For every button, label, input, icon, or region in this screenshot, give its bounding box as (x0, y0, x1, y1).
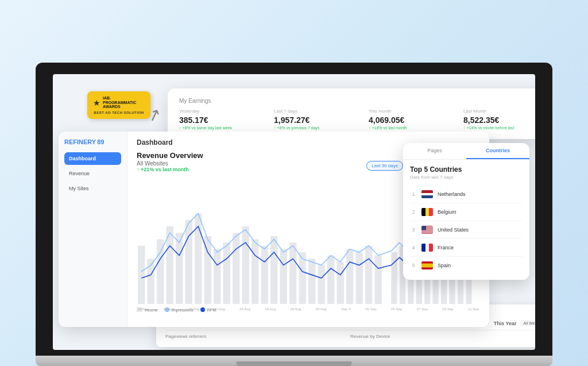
svg-rect-20 (327, 256, 334, 304)
pageviews-label: Pageviews referrers (165, 334, 339, 339)
period-value-3: 8,522.35€ (463, 115, 535, 125)
revenue-device-label: Revenue by Device (350, 334, 524, 339)
country-rank-1: 1 (410, 191, 417, 197)
metrics-pageviews: Pageviews referrers (165, 334, 339, 341)
period-change-1: ↑ +8% vs previous 7 days (274, 126, 357, 130)
country-name-nl: Netherlands (438, 191, 466, 197)
svg-rect-16 (289, 242, 296, 304)
countries-card: Pages Countries Top 5 Countries Data fro… (403, 143, 529, 280)
period-change-0: ↑ +8% vs same day last week (179, 126, 262, 130)
svg-rect-43 (421, 226, 426, 230)
screen-bezel: ★ iab. programmatic awards BEST AD TECH … (36, 63, 552, 356)
sidebar-logo-num: 89 (97, 138, 104, 145)
svg-rect-19 (318, 265, 324, 305)
country-name-us: United States (438, 227, 469, 233)
screen-content: ★ iab. programmatic awards BEST AD TECH … (53, 74, 535, 350)
flag-belgium (421, 208, 433, 216)
svg-rect-21 (336, 262, 343, 304)
flag-netherlands (421, 190, 433, 198)
award-icon: ★ (93, 98, 100, 107)
svg-rect-11 (242, 226, 249, 304)
country-row-us: 3 (410, 221, 523, 239)
x-axis-labels: 16 Aug 18 Aug 20 Aug 22 Aug 24 Aug 26 Au… (137, 307, 480, 311)
countries-content: Top 5 Countries Data from last 7 days 1 … (403, 160, 529, 280)
country-row-es: 5 Spain (410, 257, 523, 274)
svg-rect-8 (214, 249, 220, 304)
tab-pages[interactable]: Pages (403, 143, 466, 159)
flag-us (421, 226, 433, 234)
period-value-2: 4,069.05€ (369, 115, 452, 125)
period-label-0: Yesterday (179, 109, 262, 114)
sidebar-nav-sites[interactable]: My Sites (64, 182, 121, 195)
svg-rect-4 (176, 233, 183, 304)
svg-rect-12 (252, 240, 258, 305)
sidebar-nav-dashboard[interactable]: Dashboard (64, 152, 121, 165)
sidebar-logo-text: REFINERY (64, 138, 96, 145)
countries-subheading: Data from last 7 days (410, 175, 523, 180)
sidebar-logo: REFINERY 89 (64, 138, 121, 145)
revenue-title: Revenue Overview (137, 151, 203, 160)
metrics-divider (165, 330, 535, 330)
country-rank-3: 3 (410, 227, 417, 233)
sidebar-nav-revenue[interactable]: Revenue (64, 167, 121, 180)
top-countries-heading: Top 5 Countries (410, 165, 523, 174)
period-label-2: This month (369, 109, 452, 114)
svg-rect-42 (421, 233, 433, 233)
award-badge-text: BEST AD TECH SOLUTION (93, 111, 145, 114)
country-rank-2: 2 (410, 209, 417, 215)
svg-rect-5 (185, 220, 192, 304)
country-name-fr: France (438, 245, 454, 251)
svg-rect-9 (223, 242, 230, 304)
laptop-base (36, 356, 552, 366)
period-label-3: Last Month (463, 109, 535, 114)
earnings-grid: Yesterday 385.17€ ↑ +8% vs same day last… (179, 109, 535, 130)
country-rank-5: 5 (410, 263, 417, 268)
revenue-title-section: Revenue Overview All Websites ↑ +21% vs … (137, 151, 203, 175)
svg-rect-0 (138, 246, 145, 304)
metrics-all-websites-3: All Websites (520, 320, 535, 326)
award-line3: awards (103, 105, 136, 109)
tab-countries[interactable]: Countries (466, 143, 529, 159)
earnings-period-3: Last Month 8,522.35€ ↑ +14% vs month bef… (463, 109, 535, 130)
award-line1: iab. (103, 96, 136, 101)
period-change-3: ↑ +14% vs month before last (463, 126, 535, 130)
svg-rect-23 (355, 252, 362, 304)
metrics-this-year: This Year (494, 321, 517, 326)
growth-badge: ↑ +21% vs last month (137, 167, 203, 172)
period-value-1: 1,957.27€ (274, 115, 357, 125)
svg-rect-45 (421, 264, 433, 268)
country-rank-4: 4 (410, 245, 417, 251)
earnings-period-1: Last 7 days 1,957.27€ ↑ +8% vs previous … (274, 109, 357, 130)
period-label-1: Last 7 days (274, 109, 357, 114)
svg-rect-25 (374, 256, 381, 304)
svg-rect-10 (233, 233, 239, 304)
earnings-period-2: This month 4,069.05€ ↑ +18% vs last mont… (369, 109, 452, 130)
laptop-frame: ★ iab. programmatic awards BEST AD TECH … (36, 63, 552, 366)
svg-rect-2 (157, 240, 164, 305)
date-tab-30[interactable]: Last 30 days (366, 161, 403, 171)
svg-rect-15 (280, 249, 287, 304)
earnings-period-0: Yesterday 385.17€ ↑ +8% vs same day last… (179, 109, 262, 130)
flag-spain (421, 261, 433, 269)
svg-rect-24 (365, 246, 372, 304)
country-row-nl: 1 Netherlands (410, 186, 523, 203)
countries-tabs: Pages Countries (403, 143, 529, 160)
svg-rect-18 (308, 259, 315, 304)
svg-rect-13 (261, 246, 268, 304)
country-name-be: Belgium (438, 209, 457, 215)
metrics-revenue-device: Revenue by Device (350, 334, 524, 341)
country-name-es: Spain (438, 263, 451, 268)
award-line2: programmatic (103, 101, 136, 105)
metrics-bottom: Pageviews referrers Revenue by Device (165, 334, 535, 341)
period-change-2: ↑ +18% vs last month (369, 126, 452, 130)
country-row-fr: 4 France (410, 239, 523, 257)
revenue-subtitle: All Websites (137, 160, 203, 167)
flag-france (421, 244, 433, 252)
award-badge: ★ iab. programmatic awards BEST AD TECH … (87, 91, 150, 119)
svg-rect-41 (421, 232, 433, 232)
revenue-sidebar: REFINERY 89 Dashboard Revenue My Sites (59, 132, 127, 327)
svg-rect-22 (346, 249, 353, 304)
svg-rect-40 (421, 230, 433, 231)
period-value-0: 385.17€ (179, 115, 262, 125)
earnings-title: My Earnings (179, 98, 535, 104)
